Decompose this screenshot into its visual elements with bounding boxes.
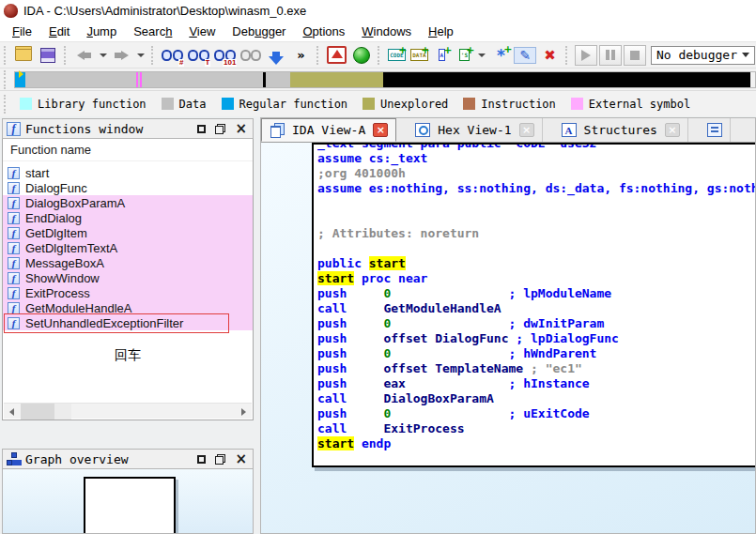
toolbar-separator (64, 46, 69, 65)
function-row[interactable]: fExitProcess (3, 285, 253, 300)
menu-windows[interactable]: Windows (353, 23, 420, 40)
dock-area: f Functions window × Function name fstar… (0, 116, 756, 534)
code-line (317, 196, 755, 211)
code-line: push 0 ; hWndParent (317, 346, 755, 361)
jump-to-address-button-icon[interactable]: # (160, 44, 184, 67)
navband-segment-8[interactable] (290, 72, 383, 87)
function-icon: f (8, 257, 20, 269)
function-name-column-header[interactable]: Function name (3, 139, 253, 161)
code-line: push 0 ; uExitCode (317, 406, 755, 421)
create-string-button-icon[interactable]: 's (454, 44, 474, 67)
horizontal-scrollbar[interactable] (4, 403, 252, 419)
asterisk-plus-button-icon[interactable]: * (489, 44, 512, 67)
menu-debugger[interactable]: Debugger (224, 23, 294, 40)
create-code-button-icon[interactable]: code (386, 44, 407, 67)
tab-close-icon[interactable] (519, 123, 534, 137)
open-file-button-icon[interactable] (12, 44, 35, 67)
restore-icon[interactable] (215, 124, 225, 134)
function-row[interactable]: fEndDialog (3, 210, 253, 225)
tab-enums[interactable] (700, 118, 731, 142)
graph-overview-icon (7, 452, 21, 465)
function-row[interactable]: fGetDlgItemTextA (3, 240, 253, 255)
disassembly-view[interactable]: _text segment para public 'CODE' use32as… (312, 143, 755, 467)
tab-structures[interactable]: Structures (554, 118, 688, 142)
search-next-button-icon[interactable] (239, 44, 263, 67)
restore-icon[interactable] (215, 454, 225, 465)
functions-list: fstartfDialogFuncfDialogBoxParamAfEndDia… (3, 165, 253, 330)
edit-comment-button-icon[interactable]: ✎ (514, 47, 536, 64)
show-problems-button-icon[interactable] (326, 44, 348, 67)
jump-down-button-icon[interactable] (265, 44, 287, 67)
legend-label: Unexplored (380, 98, 448, 111)
function-row[interactable]: fSetUnhandledExceptionFilter (3, 315, 253, 330)
menu-jump[interactable]: Jump (78, 23, 125, 40)
tab-close-icon[interactable] (373, 123, 388, 137)
toolbar-overflow-button-icon[interactable]: » (289, 44, 312, 67)
run-analysis-button-icon[interactable] (350, 44, 373, 67)
stop-process-button-icon[interactable] (624, 45, 646, 66)
legend-drag-handle[interactable] (4, 95, 11, 114)
code-line: start proc near (317, 271, 755, 286)
function-row[interactable]: fGetDlgItem (3, 225, 253, 240)
scrollbar-thumb[interactable] (21, 404, 71, 420)
window-title: IDA - C:\Users\Administrator\Desktop\win… (23, 4, 306, 18)
navband-segment-1[interactable] (25, 72, 136, 87)
navigate-back-button-icon[interactable] (73, 44, 96, 67)
menu-options[interactable]: Options (294, 23, 353, 40)
save-database-button-icon[interactable] (37, 44, 59, 67)
search-text-button-icon[interactable]: T (186, 44, 210, 67)
graph-overview-title: Graph overview (25, 452, 129, 466)
menu-view[interactable]: View (180, 23, 224, 40)
code-line: push eax ; hInstance (317, 376, 755, 391)
code-line (317, 241, 755, 256)
graph-overview-viewport[interactable] (84, 477, 176, 534)
tab-close-icon[interactable] (665, 123, 680, 137)
menu-help[interactable]: Help (420, 23, 462, 40)
menu-file[interactable]: File (4, 23, 40, 40)
debugger-selector[interactable]: No debugger (651, 46, 755, 65)
search-binary-button-icon[interactable]: 101 (212, 44, 237, 67)
navband-segment-7[interactable] (266, 72, 290, 87)
scroll-left-arrow-icon[interactable] (4, 404, 20, 420)
function-row[interactable]: fMessageBoxA (3, 255, 253, 270)
legend-data: Data (156, 98, 207, 111)
forward-history-caret-icon[interactable] (135, 44, 147, 67)
graph-overview-titlebar[interactable]: Graph overview × (2, 449, 254, 469)
toolbar-drag-handle[interactable] (4, 70, 11, 89)
function-row[interactable]: fstart (3, 165, 253, 180)
tab-ida-view-a[interactable]: IDA View-A (261, 118, 396, 142)
function-icon: f (8, 197, 20, 209)
back-history-caret-icon[interactable] (98, 44, 109, 67)
create-data-button-icon[interactable]: data (409, 44, 429, 67)
tab-label: IDA View-A (292, 123, 365, 137)
navband-segment-9[interactable] (383, 72, 750, 87)
function-row[interactable]: fDialogBoxParamA (3, 195, 253, 210)
maximize-icon[interactable] (197, 455, 206, 464)
navigate-forward-button-icon[interactable] (111, 44, 133, 67)
create-name-button-icon[interactable]: A (431, 44, 452, 67)
tab-hex-view-1[interactable]: Hex View-1 (408, 118, 542, 142)
maximize-icon[interactable] (197, 125, 206, 133)
tab-label: Structures (584, 123, 657, 137)
legend-label: External symbol (589, 98, 690, 111)
function-row[interactable]: fShowWindow (3, 270, 253, 285)
menu-edit[interactable]: Edit (40, 23, 78, 40)
scroll-right-arrow-icon[interactable] (236, 404, 252, 420)
delete-button-icon[interactable]: ✖ (538, 44, 561, 67)
string-type-caret-icon[interactable] (476, 44, 487, 67)
menu-search[interactable]: Search (125, 23, 180, 40)
function-row[interactable]: fDialogFunc (3, 180, 253, 195)
navigation-band-row (0, 69, 756, 90)
navigation-band[interactable] (14, 71, 756, 88)
code-line: public start (317, 256, 755, 271)
close-icon[interactable]: × (235, 454, 247, 465)
functions-window-titlebar[interactable]: f Functions window × (2, 118, 254, 139)
legend-swatch (162, 98, 174, 110)
ida-logo-icon (4, 4, 18, 18)
code-line: call GetModuleHandleA (317, 301, 755, 316)
navband-segment-5[interactable] (142, 72, 263, 87)
close-icon[interactable]: × (235, 124, 247, 134)
pause-process-button-icon[interactable] (599, 45, 622, 66)
start-process-button-icon[interactable] (575, 45, 597, 66)
structures-icon (562, 123, 577, 137)
